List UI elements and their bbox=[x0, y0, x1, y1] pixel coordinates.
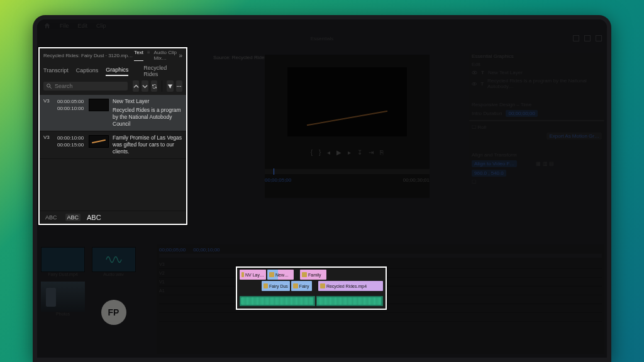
home-icon[interactable] bbox=[43, 22, 51, 30]
chevron-up-icon bbox=[133, 84, 139, 89]
clip-v3-3[interactable]: Family bbox=[300, 270, 326, 280]
graphics-list: V3 00:00:05:00 00:00:10:00 New Text Laye… bbox=[40, 95, 186, 211]
panel-title: Recycled Rides: Fairy Dust · 3120.mp4 00… bbox=[43, 53, 134, 58]
window-min-icon[interactable] bbox=[573, 35, 579, 41]
eg-layer-row[interactable]: T Recycled Rides is a program by the Nat… bbox=[469, 77, 604, 90]
filter-button[interactable] bbox=[167, 80, 173, 92]
view-mode-mid[interactable]: ABC bbox=[65, 214, 81, 221]
app-menu-bar: File Edit Clip bbox=[37, 19, 607, 32]
essential-graphics-panel: Essential Graphics Edit T New Text Layer… bbox=[469, 52, 604, 241]
clip-v2-1[interactable]: Fairy Dus bbox=[262, 281, 290, 291]
timeline-ruler[interactable] bbox=[159, 254, 602, 258]
menu-edit[interactable]: Edit bbox=[78, 23, 88, 29]
track-label: V3 bbox=[43, 134, 53, 155]
text-panel-toolbar bbox=[40, 77, 186, 95]
svg-point-4 bbox=[180, 85, 182, 87]
search-input-wrap[interactable] bbox=[43, 82, 128, 90]
mini-tab-audio[interactable]: Audio Clip Mix… bbox=[154, 50, 179, 61]
svg-point-2 bbox=[177, 85, 178, 87]
fx-badge-icon bbox=[242, 272, 244, 277]
step-back-icon[interactable]: ◂ bbox=[327, 149, 330, 156]
eg-title: Essential Graphics bbox=[469, 52, 604, 60]
program-monitor: 00;00;05;00 00;00;30;01 { } ◂ ▶ ▸ ↧ ⇥ ⎘ bbox=[265, 55, 430, 198]
project-bin-item[interactable]: Audio.wav bbox=[92, 247, 136, 277]
fx-badge-icon bbox=[302, 272, 307, 277]
ellipsis-icon bbox=[176, 84, 182, 89]
svg-point-0 bbox=[47, 84, 50, 87]
menu-file[interactable]: File bbox=[60, 23, 69, 29]
view-mode-small[interactable]: ABC bbox=[43, 214, 59, 221]
view-mode-big[interactable]: ABC bbox=[87, 214, 101, 221]
track-label: V3 bbox=[43, 98, 53, 128]
project-bin-item[interactable]: FP bbox=[92, 297, 136, 327]
more-button[interactable] bbox=[176, 80, 182, 92]
panel-overflow-icon[interactable]: » bbox=[179, 52, 182, 59]
mini-tab-divider: ≡ bbox=[147, 50, 150, 61]
project-bin-item[interactable]: Photos bbox=[41, 282, 85, 316]
fx-badge-icon bbox=[320, 283, 325, 288]
clip-thumbnail bbox=[89, 99, 109, 111]
window-max-icon[interactable] bbox=[584, 35, 591, 41]
prev-button[interactable] bbox=[133, 80, 139, 92]
text-panel-tabs: Transcript Captions Graphics Recycled Ri… bbox=[40, 62, 186, 77]
window-close-icon[interactable] bbox=[596, 35, 602, 41]
step-fwd-icon[interactable]: ▸ bbox=[348, 149, 351, 156]
funnel-icon bbox=[167, 84, 173, 89]
clip-audio-1[interactable] bbox=[240, 296, 315, 306]
workspace-name[interactable]: Essentials bbox=[311, 36, 333, 41]
project-bin-item[interactable]: Fairy Dust.mp4 bbox=[41, 247, 85, 277]
eg-tab-edit[interactable]: Edit bbox=[469, 60, 604, 69]
project-panel: Fairy Dust.mp4 Audio.wav Photos FP bbox=[38, 244, 152, 351]
text-panel-header: Recycled Rides: Fairy Dust · 3120.mp4 00… bbox=[40, 48, 186, 62]
clip-text: Family Promise of Las Vegas was gifted f… bbox=[113, 134, 182, 155]
fx-badge-icon bbox=[269, 272, 274, 277]
export-mogrt-button[interactable]: Export As Motion Gr… bbox=[547, 133, 602, 140]
graphics-item[interactable]: V3 00:00:05:00 00:00:10:00 New Text Laye… bbox=[40, 95, 186, 131]
clip-v1-1[interactable]: Recycled Rides.mp4 bbox=[318, 281, 383, 291]
eg-layer-row[interactable]: T New Text Layer bbox=[469, 69, 604, 77]
program-frame bbox=[287, 67, 407, 136]
clip-thumbnail bbox=[89, 135, 109, 148]
fx-badge-icon bbox=[264, 283, 268, 288]
refresh-icon bbox=[152, 84, 157, 89]
overwrite-icon[interactable]: ⇥ bbox=[369, 149, 374, 156]
timeline-clips-highlight: NV Lay… New… Family Fairy Dus Fairy Recy… bbox=[236, 266, 387, 310]
eg-align-section: Align and Transform Align to Video F… ▦ … bbox=[469, 151, 604, 186]
workspace-bar: Essentials bbox=[37, 32, 607, 45]
clip-v2-2[interactable]: Fairy bbox=[291, 281, 312, 291]
clip-v3-1[interactable]: NV Lay… bbox=[240, 270, 266, 280]
timecode: 00:00:10:00 00:00:15:00 bbox=[57, 134, 85, 155]
eye-icon[interactable] bbox=[472, 70, 477, 75]
sequence-link[interactable]: Recycled Rides bbox=[143, 65, 182, 77]
program-scrubber[interactable] bbox=[265, 169, 430, 174]
tab-captions[interactable]: Captions bbox=[76, 67, 99, 75]
replace-button[interactable] bbox=[151, 80, 157, 92]
eg-responsive-section: Responsive Design – Time Intro Duration0… bbox=[469, 101, 604, 141]
mark-in-icon[interactable]: { bbox=[311, 149, 313, 156]
tab-transcript[interactable]: Transcript bbox=[43, 67, 69, 75]
graphics-item[interactable]: V3 00:00:10:00 00:00:15:00 Family Promis… bbox=[40, 131, 186, 159]
search-input[interactable] bbox=[55, 83, 125, 89]
align-button[interactable]: Align to Video F… bbox=[472, 160, 517, 167]
text-panel: Recycled Rides: Fairy Dust · 3120.mp4 00… bbox=[38, 47, 187, 225]
transport-controls: { } ◂ ▶ ▸ ↧ ⇥ ⎘ bbox=[265, 149, 430, 156]
monitor-frame: File Edit Clip Essentials Recycled Rides… bbox=[33, 15, 611, 362]
chevron-down-icon bbox=[142, 84, 148, 89]
track-a1 bbox=[240, 296, 383, 306]
mini-tab-text[interactable]: Text bbox=[134, 50, 143, 61]
menu-clip[interactable]: Clip bbox=[96, 23, 106, 29]
tab-graphics[interactable]: Graphics bbox=[106, 67, 128, 76]
eye-icon[interactable] bbox=[472, 81, 477, 87]
program-tc-current: 00;00;05;00 bbox=[265, 177, 291, 183]
export-frame-icon[interactable]: ⎘ bbox=[380, 149, 384, 156]
sequence-timecode[interactable]: 00;00;05;00 bbox=[159, 247, 186, 253]
mark-out-icon[interactable]: } bbox=[319, 149, 321, 156]
play-icon[interactable]: ▶ bbox=[336, 149, 341, 156]
next-button[interactable] bbox=[142, 80, 148, 92]
source-monitor-label: Source: Recycled Rides bbox=[213, 55, 267, 60]
clip-audio-2[interactable] bbox=[316, 296, 383, 306]
insert-icon[interactable]: ↧ bbox=[357, 149, 362, 156]
svg-point-6 bbox=[474, 72, 475, 73]
clip-v3-2[interactable]: New… bbox=[267, 270, 294, 280]
text-panel-footer: ABC ABC ABC bbox=[40, 211, 186, 224]
